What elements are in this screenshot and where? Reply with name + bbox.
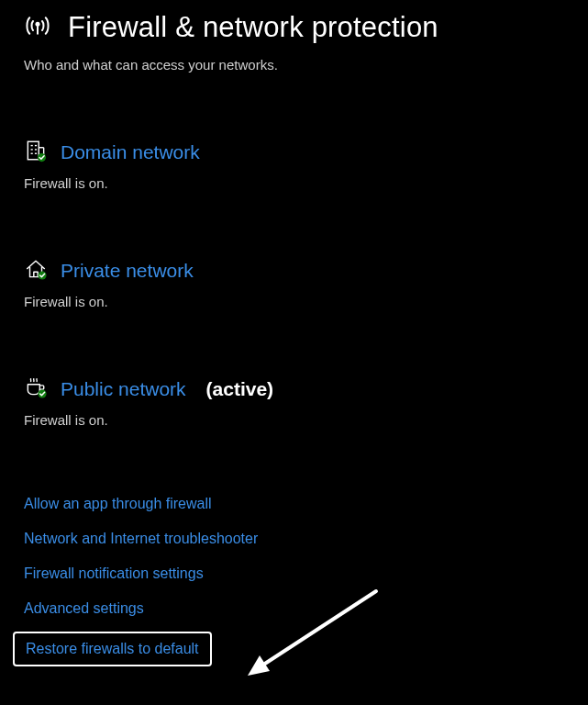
restore-defaults-link[interactable]: Restore firewalls to default (13, 632, 212, 666)
network-group-domain: Domain network Firewall is on. (24, 139, 564, 191)
public-network-active-label: (active) (206, 378, 274, 400)
building-icon (24, 139, 48, 166)
home-icon (24, 257, 48, 285)
troubleshooter-link[interactable]: Network and Internet troubleshooter (24, 531, 258, 547)
notifications-link[interactable]: Firewall notification settings (24, 565, 204, 582)
advanced-link[interactable]: Advanced settings (24, 600, 144, 617)
public-network-link[interactable]: Public network (61, 378, 186, 400)
coffee-icon (24, 375, 48, 403)
private-network-link[interactable]: Private network (61, 260, 194, 282)
page-header: Firewall & network protection (24, 11, 564, 44)
allow-app-link[interactable]: Allow an app through firewall (24, 496, 212, 512)
domain-network-status: Firewall is on. (24, 175, 564, 191)
network-group-public: Public network (active) Firewall is on. (24, 375, 564, 428)
svg-rect-2 (28, 141, 39, 160)
domain-network-link[interactable]: Domain network (61, 141, 200, 163)
network-group-private: Private network Firewall is on. (24, 257, 564, 309)
settings-links: Allow an app through firewall Network an… (24, 496, 564, 666)
public-network-status: Firewall is on. (24, 412, 564, 428)
page-title: Firewall & network protection (68, 11, 438, 44)
page-subtitle: Who and what can access your networks. (24, 57, 564, 73)
private-network-status: Firewall is on. (24, 294, 564, 309)
broadcast-icon (24, 12, 51, 43)
